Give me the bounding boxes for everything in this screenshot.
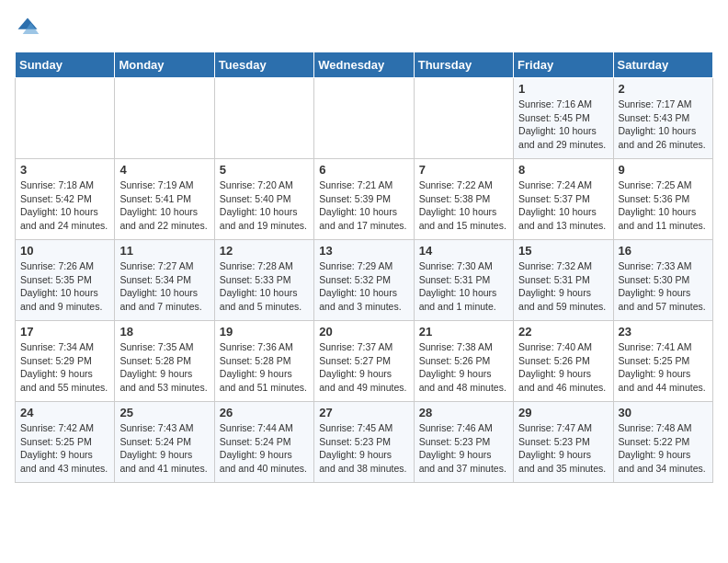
day-info: Sunrise: 7:46 AMSunset: 5:23 PMDaylight:… bbox=[419, 421, 508, 476]
day-info: Sunrise: 7:34 AMSunset: 5:29 PMDaylight:… bbox=[20, 340, 109, 395]
day-info: Sunrise: 7:38 AMSunset: 5:26 PMDaylight:… bbox=[419, 340, 508, 395]
day-number: 2 bbox=[619, 82, 708, 96]
day-info: Sunrise: 7:27 AMSunset: 5:34 PMDaylight:… bbox=[119, 259, 209, 314]
calendar-cell: 17Sunrise: 7:34 AMSunset: 5:29 PMDayligh… bbox=[16, 321, 115, 402]
day-number: 27 bbox=[319, 406, 408, 419]
calendar-cell: 22Sunrise: 7:40 AMSunset: 5:26 PMDayligh… bbox=[514, 321, 613, 402]
col-header-sunday: Sunday bbox=[16, 52, 115, 78]
day-info: Sunrise: 7:37 AMSunset: 5:27 PMDaylight:… bbox=[319, 340, 408, 395]
day-info: Sunrise: 7:25 AMSunset: 5:36 PMDaylight:… bbox=[619, 178, 708, 233]
col-header-wednesday: Wednesday bbox=[314, 52, 414, 78]
day-number: 20 bbox=[319, 325, 408, 339]
calendar-cell: 26Sunrise: 7:44 AMSunset: 5:24 PMDayligh… bbox=[214, 402, 313, 483]
day-info: Sunrise: 7:20 AMSunset: 5:40 PMDaylight:… bbox=[220, 178, 309, 233]
calendar-cell bbox=[115, 78, 214, 159]
calendar-cell: 25Sunrise: 7:43 AMSunset: 5:24 PMDayligh… bbox=[115, 402, 214, 483]
calendar-cell: 16Sunrise: 7:33 AMSunset: 5:30 PMDayligh… bbox=[613, 240, 712, 321]
day-number: 29 bbox=[518, 406, 608, 419]
col-header-monday: Monday bbox=[115, 52, 214, 78]
calendar-cell: 4Sunrise: 7:19 AMSunset: 5:41 PMDaylight… bbox=[115, 159, 214, 240]
logo bbox=[15, 15, 44, 40]
calendar-cell: 3Sunrise: 7:18 AMSunset: 5:42 PMDaylight… bbox=[16, 159, 115, 240]
day-number: 14 bbox=[419, 244, 508, 258]
calendar-header-row: SundayMondayTuesdayWednesdayThursdayFrid… bbox=[16, 52, 713, 78]
calendar-cell bbox=[214, 78, 313, 159]
calendar-cell: 28Sunrise: 7:46 AMSunset: 5:23 PMDayligh… bbox=[414, 402, 513, 483]
day-number: 6 bbox=[319, 163, 408, 177]
day-number: 1 bbox=[518, 82, 608, 96]
day-number: 26 bbox=[220, 406, 309, 419]
calendar-cell: 7Sunrise: 7:22 AMSunset: 5:38 PMDaylight… bbox=[414, 159, 513, 240]
calendar-cell: 24Sunrise: 7:42 AMSunset: 5:25 PMDayligh… bbox=[16, 402, 115, 483]
day-number: 21 bbox=[419, 325, 508, 339]
day-info: Sunrise: 7:26 AMSunset: 5:35 PMDaylight:… bbox=[20, 259, 109, 314]
day-info: Sunrise: 7:36 AMSunset: 5:28 PMDaylight:… bbox=[220, 340, 309, 395]
day-info: Sunrise: 7:43 AMSunset: 5:24 PMDaylight:… bbox=[119, 421, 209, 476]
calendar-cell: 19Sunrise: 7:36 AMSunset: 5:28 PMDayligh… bbox=[214, 321, 313, 402]
col-header-friday: Friday bbox=[514, 52, 613, 78]
day-number: 7 bbox=[419, 163, 508, 177]
calendar-cell: 23Sunrise: 7:41 AMSunset: 5:25 PMDayligh… bbox=[613, 321, 712, 402]
day-info: Sunrise: 7:42 AMSunset: 5:25 PMDaylight:… bbox=[20, 421, 109, 476]
day-number: 18 bbox=[119, 325, 209, 339]
day-info: Sunrise: 7:30 AMSunset: 5:31 PMDaylight:… bbox=[419, 259, 508, 314]
day-info: Sunrise: 7:44 AMSunset: 5:24 PMDaylight:… bbox=[220, 421, 309, 476]
week-row-4: 17Sunrise: 7:34 AMSunset: 5:29 PMDayligh… bbox=[16, 321, 713, 402]
day-info: Sunrise: 7:22 AMSunset: 5:38 PMDaylight:… bbox=[419, 178, 508, 233]
day-info: Sunrise: 7:33 AMSunset: 5:30 PMDaylight:… bbox=[619, 259, 708, 314]
calendar-cell: 10Sunrise: 7:26 AMSunset: 5:35 PMDayligh… bbox=[16, 240, 115, 321]
calendar-cell: 27Sunrise: 7:45 AMSunset: 5:23 PMDayligh… bbox=[314, 402, 414, 483]
calendar-cell: 18Sunrise: 7:35 AMSunset: 5:28 PMDayligh… bbox=[115, 321, 214, 402]
day-info: Sunrise: 7:24 AMSunset: 5:37 PMDaylight:… bbox=[518, 178, 608, 233]
calendar-cell: 30Sunrise: 7:48 AMSunset: 5:22 PMDayligh… bbox=[613, 402, 712, 483]
day-info: Sunrise: 7:32 AMSunset: 5:31 PMDaylight:… bbox=[518, 259, 608, 314]
day-number: 28 bbox=[419, 406, 508, 419]
day-info: Sunrise: 7:40 AMSunset: 5:26 PMDaylight:… bbox=[518, 340, 608, 395]
calendar-cell: 8Sunrise: 7:24 AMSunset: 5:37 PMDaylight… bbox=[514, 159, 613, 240]
day-number: 19 bbox=[220, 325, 309, 339]
day-number: 13 bbox=[319, 244, 408, 258]
calendar-cell: 2Sunrise: 7:17 AMSunset: 5:43 PMDaylight… bbox=[613, 78, 712, 159]
day-number: 16 bbox=[619, 244, 708, 258]
day-number: 23 bbox=[619, 325, 708, 339]
day-number: 10 bbox=[20, 244, 109, 258]
day-number: 25 bbox=[119, 406, 209, 419]
day-info: Sunrise: 7:18 AMSunset: 5:42 PMDaylight:… bbox=[20, 178, 109, 233]
calendar-cell: 1Sunrise: 7:16 AMSunset: 5:45 PMDaylight… bbox=[514, 78, 613, 159]
day-number: 15 bbox=[518, 244, 608, 258]
calendar-cell bbox=[314, 78, 414, 159]
day-info: Sunrise: 7:17 AMSunset: 5:43 PMDaylight:… bbox=[619, 98, 708, 152]
col-header-saturday: Saturday bbox=[613, 52, 712, 78]
day-number: 8 bbox=[518, 163, 608, 177]
day-number: 3 bbox=[20, 163, 109, 177]
calendar-cell: 6Sunrise: 7:21 AMSunset: 5:39 PMDaylight… bbox=[314, 159, 414, 240]
day-info: Sunrise: 7:28 AMSunset: 5:33 PMDaylight:… bbox=[220, 259, 309, 314]
calendar-cell: 5Sunrise: 7:20 AMSunset: 5:40 PMDaylight… bbox=[214, 159, 313, 240]
col-header-thursday: Thursday bbox=[414, 52, 513, 78]
day-info: Sunrise: 7:45 AMSunset: 5:23 PMDaylight:… bbox=[319, 421, 408, 476]
day-number: 5 bbox=[220, 163, 309, 177]
calendar-cell: 9Sunrise: 7:25 AMSunset: 5:36 PMDaylight… bbox=[613, 159, 712, 240]
logo-icon bbox=[15, 15, 40, 40]
day-number: 11 bbox=[119, 244, 209, 258]
calendar-cell: 13Sunrise: 7:29 AMSunset: 5:32 PMDayligh… bbox=[314, 240, 414, 321]
calendar-table: SundayMondayTuesdayWednesdayThursdayFrid… bbox=[15, 52, 713, 483]
page-header bbox=[15, 15, 713, 40]
week-row-5: 24Sunrise: 7:42 AMSunset: 5:25 PMDayligh… bbox=[16, 402, 713, 483]
calendar-cell: 21Sunrise: 7:38 AMSunset: 5:26 PMDayligh… bbox=[414, 321, 513, 402]
calendar-cell: 12Sunrise: 7:28 AMSunset: 5:33 PMDayligh… bbox=[214, 240, 313, 321]
week-row-2: 3Sunrise: 7:18 AMSunset: 5:42 PMDaylight… bbox=[16, 159, 713, 240]
week-row-1: 1Sunrise: 7:16 AMSunset: 5:45 PMDaylight… bbox=[16, 78, 713, 159]
day-number: 22 bbox=[518, 325, 608, 339]
day-info: Sunrise: 7:41 AMSunset: 5:25 PMDaylight:… bbox=[619, 340, 708, 395]
calendar-cell: 11Sunrise: 7:27 AMSunset: 5:34 PMDayligh… bbox=[115, 240, 214, 321]
day-info: Sunrise: 7:47 AMSunset: 5:23 PMDaylight:… bbox=[518, 421, 608, 476]
day-info: Sunrise: 7:48 AMSunset: 5:22 PMDaylight:… bbox=[619, 421, 708, 476]
week-row-3: 10Sunrise: 7:26 AMSunset: 5:35 PMDayligh… bbox=[16, 240, 713, 321]
col-header-tuesday: Tuesday bbox=[214, 52, 313, 78]
day-number: 24 bbox=[20, 406, 109, 419]
day-number: 9 bbox=[619, 163, 708, 177]
day-number: 17 bbox=[20, 325, 109, 339]
day-info: Sunrise: 7:35 AMSunset: 5:28 PMDaylight:… bbox=[119, 340, 209, 395]
day-info: Sunrise: 7:29 AMSunset: 5:32 PMDaylight:… bbox=[319, 259, 408, 314]
